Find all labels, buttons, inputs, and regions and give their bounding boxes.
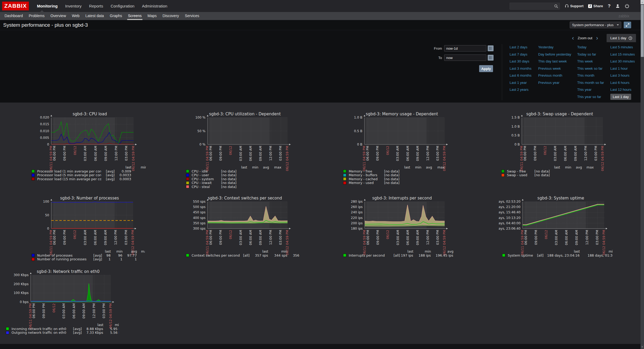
x-axis-label: 06/12 — [73, 146, 77, 155]
y-axis-label: ays, 15:46:40 — [495, 210, 521, 214]
menu-item-inventory[interactable]: Inventory — [62, 2, 85, 10]
quick-range-today-so-far[interactable]: Today so far — [577, 52, 596, 56]
x-axis-label: 06:00 AM — [94, 146, 98, 161]
quick-range-last-30-minutes[interactable]: Last 30 minutes — [610, 59, 635, 63]
quick-range-previous-week[interactable]: Previous week — [538, 66, 561, 70]
quick-range-this-month-so-far[interactable]: This month so far — [577, 81, 604, 85]
fullscreen-button[interactable] — [624, 22, 631, 28]
quick-range-last-2-days[interactable]: Last 2 days — [510, 45, 527, 49]
scroll-up-icon[interactable]: ▲ — [641, 0, 644, 4]
submenu-item-services[interactable]: Services — [183, 12, 202, 20]
quick-range-day-before-yesterday[interactable]: Day before yesterday — [538, 52, 571, 56]
screen-select-dropdown[interactable]: System performance - plus — [570, 22, 621, 28]
submenu-item-latest-data[interactable]: Latest data — [83, 12, 106, 20]
series-function: [avg] — [101, 173, 115, 177]
zoom-out-button[interactable]: Zoom out — [577, 36, 593, 40]
time-forward-icon[interactable]: › — [593, 36, 601, 41]
graph-panel-context-switches[interactable]: sgbd-3: Context switches per second550 s… — [184, 196, 294, 276]
graph-panel-interrupts[interactable]: sgbd-3: Interrupts per second280 ips260 … — [341, 196, 451, 276]
y-axis-label: 400 sps — [184, 216, 205, 220]
y-axis-label: 50 % — [184, 129, 205, 133]
quick-range-last-7-days[interactable]: Last 7 days — [510, 52, 527, 56]
quick-range-last-1-day[interactable]: Last 1 day — [610, 94, 631, 100]
y-axis-label: 100 — [29, 200, 49, 203]
graph-panel-processes[interactable]: sgbd-3: Number of processes10050006/11 0… — [29, 196, 140, 276]
submenu-item-dashboard[interactable]: Dashboard — [2, 12, 25, 20]
vertical-scrollbar[interactable]: ▲ ▼ — [641, 0, 644, 349]
quick-range-this-month[interactable]: This month — [577, 73, 594, 77]
quick-range-last-6-months[interactable]: Last 6 months — [510, 73, 532, 77]
x-axis-label: 12:00 PM — [585, 230, 589, 245]
quick-range-this-year-so-far[interactable]: This year so far — [577, 95, 601, 99]
y-axis-label: 0.5 B — [499, 134, 520, 137]
legend-row: CPU - idle[no data] — [186, 169, 301, 173]
scroll-down-icon[interactable]: ▼ — [641, 345, 644, 349]
series-color-swatch — [32, 177, 35, 181]
submenu-item-screens[interactable]: Screens — [126, 12, 144, 20]
graph-panel-swap[interactable]: sgbd-3: Swap usage - Dependent1.5 B1.0 B… — [499, 112, 610, 192]
active-range-tab[interactable]: Last 1 day — [607, 34, 636, 42]
x-axis-label: 09:00 PM — [376, 146, 379, 161]
quick-range-previous-month[interactable]: Previous month — [538, 73, 562, 77]
quick-range-last-15-minutes[interactable]: Last 15 minutes — [610, 52, 635, 56]
menu-item-configuration[interactable]: Configuration — [107, 2, 138, 10]
from-calendar-icon[interactable] — [488, 45, 494, 51]
zabbix-app: ZABBIX MonitoringInventoryReportsConfigu… — [0, 0, 644, 349]
quick-range-this-year[interactable]: This year — [577, 88, 591, 92]
quick-range-yesterday[interactable]: Yesterday — [538, 45, 553, 49]
quick-range-last-6-hours[interactable]: Last 6 hours — [610, 81, 630, 85]
profile-icon[interactable] — [615, 4, 620, 8]
y-axis-label: 0 — [29, 227, 49, 230]
quick-range-last-30-days[interactable]: Last 30 days — [510, 59, 529, 63]
graph-panel-cpu-load[interactable]: sgbd-3: CPU load0.0200.0150.0100.005006/… — [29, 112, 140, 192]
quick-range-this-day-last-week[interactable]: This day last week — [538, 59, 567, 63]
submenu-item-overview[interactable]: Overview — [48, 12, 68, 20]
scrollbar-thumb[interactable] — [641, 5, 644, 57]
quick-range-this-week[interactable]: This week — [577, 59, 593, 63]
submenu-item-maps[interactable]: Maps — [145, 12, 159, 20]
submenu-item-web[interactable]: Web — [69, 12, 82, 20]
menu-item-reports[interactable]: Reports — [86, 2, 106, 10]
zabbix-logo[interactable]: ZABBIX — [2, 2, 29, 10]
menu-item-administration[interactable]: Administration — [139, 2, 170, 10]
graph-panel-memory[interactable]: sgbd-3: Memory usage - Dependent1.0 B0.5… — [341, 112, 451, 192]
quick-range-last-5-minutes[interactable]: Last 5 minutes — [610, 45, 633, 49]
quick-range-today[interactable]: Today — [577, 45, 587, 49]
graph-panel-network[interactable]: sgbd-3: Network traffic on eth0300 Kbps2… — [5, 269, 118, 349]
share-link[interactable]: Z Share — [588, 4, 603, 8]
quick-range-last-12-hours[interactable]: Last 12 hours — [610, 88, 631, 92]
quick-range-last-3-hours[interactable]: Last 3 hours — [610, 73, 630, 77]
logout-icon[interactable] — [625, 4, 629, 8]
quick-range-previous-year[interactable]: Previous year — [538, 81, 559, 85]
x-axis-label: 09:00 PM — [534, 230, 538, 245]
quick-range-last-3-months[interactable]: Last 3 months — [510, 66, 532, 70]
quick-range-this-week-so-far[interactable]: This week so far — [577, 66, 603, 70]
search-input[interactable] — [510, 3, 553, 9]
graph-panel-uptime[interactable]: sgbd-3: System uptimeays, 02:53:20ays, 2… — [495, 196, 611, 276]
quick-range-last-2-years[interactable]: Last 2 years — [510, 88, 529, 92]
x-axis-label: 03:00 PM — [279, 146, 282, 161]
y-axis-label: 1.0 B — [499, 125, 520, 128]
series-value: 0.0003 — [115, 177, 131, 181]
to-input[interactable] — [444, 54, 486, 61]
x-axis-label: 09:00 PM — [219, 146, 223, 161]
legend-row: Processor load (1 min average per core)[… — [32, 169, 146, 173]
help-icon[interactable]: ? — [608, 3, 611, 9]
time-back-icon[interactable]: ‹ — [569, 36, 576, 41]
submenu-item-graphs[interactable]: Graphs — [107, 12, 125, 20]
from-input[interactable] — [444, 45, 486, 52]
graph-panel-cpu-util[interactable]: sgbd-3: CPU utilization - Dependent100 %… — [184, 112, 294, 192]
legend-col-header: min — [413, 249, 431, 253]
series-value: 344 sps — [268, 253, 287, 257]
y-axis-label: 500 sps — [184, 205, 205, 209]
apply-button[interactable]: Apply — [479, 65, 493, 72]
x-axis-label: 03:00 AM — [554, 230, 558, 245]
quick-range-last-1-hour[interactable]: Last 1 hour — [610, 66, 628, 70]
search-icon[interactable] — [554, 4, 558, 8]
submenu-item-discovery[interactable]: Discovery — [160, 12, 181, 20]
support-link[interactable]: Support — [565, 4, 584, 8]
submenu-item-problems[interactable]: Problems — [26, 12, 47, 20]
menu-item-monitoring[interactable]: Monitoring — [34, 2, 61, 10]
quick-range-last-1-year[interactable]: Last 1 year — [510, 81, 527, 85]
to-calendar-icon[interactable] — [488, 55, 494, 61]
